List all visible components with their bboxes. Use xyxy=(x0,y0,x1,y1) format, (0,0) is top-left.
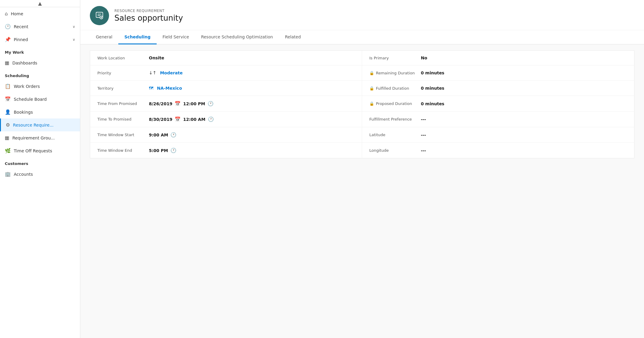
sidebar-item-label: Pinned xyxy=(14,37,69,42)
sidebar-scroll-up[interactable]: ▲ xyxy=(0,0,80,7)
territory-label: Territory xyxy=(97,86,145,91)
sidebar-item-label: Home xyxy=(11,11,75,16)
lock-icon: 🔒 xyxy=(369,71,374,75)
leaf-icon: 🌿 xyxy=(5,148,11,154)
clock-icon[interactable]: 🕐 xyxy=(208,101,214,106)
building-icon: 🏢 xyxy=(5,171,11,177)
time-from-promised-date-group: 8/26/2019 📅 12:00 PM 🕐 xyxy=(149,101,214,106)
latitude-cell: Latitude --- xyxy=(362,127,634,142)
time-window-end-time: 5:00 PM xyxy=(149,148,168,153)
gear-icon: ⚙ xyxy=(6,122,10,128)
is-primary-label: Is Primary xyxy=(369,56,417,60)
clock-icon: 🕐 xyxy=(5,24,11,29)
time-from-date: 8/26/2019 xyxy=(149,101,172,106)
proposed-duration-value: 0 minutes xyxy=(421,101,444,106)
longitude-label: Longitude xyxy=(369,148,417,153)
clock-icon[interactable]: 🕐 xyxy=(170,132,176,138)
fulfilled-duration-cell: 🔒 Fulfilled Duration 0 minutes xyxy=(362,81,634,96)
sidebar-item-resource-requirements[interactable]: ⚙ Resource Require... xyxy=(0,118,80,131)
scheduling-form-card: Work Location Onsite Is Primary No Prior… xyxy=(90,50,634,158)
is-primary-value: No xyxy=(421,55,427,60)
tab-general[interactable]: General xyxy=(90,30,118,44)
sidebar-item-time-off-requests[interactable]: 🌿 Time Off Requests xyxy=(0,144,80,157)
form-row-7: Time Window End 5:00 PM 🕐 Longitude --- xyxy=(90,143,634,158)
clipboard-icon: 📋 xyxy=(5,83,11,89)
clock-icon[interactable]: 🕐 xyxy=(208,116,214,122)
time-to-promised-label: Time To Promised xyxy=(97,117,145,121)
proposed-duration-label: 🔒 Proposed Duration xyxy=(369,101,417,106)
time-window-start-label: Time Window Start xyxy=(97,133,145,137)
tab-resource-scheduling-optimization[interactable]: Resource Scheduling Optimization xyxy=(195,30,279,44)
longitude-cell: Longitude --- xyxy=(362,143,634,158)
tab-scheduling[interactable]: Scheduling xyxy=(118,30,156,44)
fulfillment-preference-cell: Fulfillment Preference --- xyxy=(362,112,634,127)
remaining-duration-cell: 🔒 Remaining Duration 0 minutes xyxy=(362,65,634,80)
tab-related[interactable]: Related xyxy=(279,30,307,44)
fulfilled-duration-value: 0 minutes xyxy=(421,86,444,91)
grid-icon: ▦ xyxy=(5,135,9,141)
fulfillment-preference-value: --- xyxy=(421,117,426,122)
section-header-customers: Customers xyxy=(0,157,80,168)
latitude-label: Latitude xyxy=(369,133,417,137)
sidebar-item-requirement-groups[interactable]: ▦ Requirement Grou... xyxy=(0,131,80,144)
work-location-value: Onsite xyxy=(149,55,164,60)
chevron-down-icon: ∨ xyxy=(72,37,75,42)
entity-icon xyxy=(90,6,109,25)
form-row-5: Time To Promised 8/30/2019 📅 12:00 AM 🕐 … xyxy=(90,112,634,127)
time-to-promised-date-group: 8/30/2019 📅 12:00 AM 🕐 xyxy=(149,116,214,122)
page-title: Sales opportunity xyxy=(114,13,183,22)
priority-cell: Priority ↓↑ Moderate xyxy=(90,65,362,80)
dashboard-icon: ▦ xyxy=(5,60,9,66)
fulfillment-preference-label: Fulfillment Preference xyxy=(369,117,417,121)
priority-value[interactable]: Moderate xyxy=(160,70,183,75)
form-row-3: Territory 🗺 NA-Mexico 🔒 Fulfilled Durati… xyxy=(90,81,634,96)
section-header-mywork: My Work xyxy=(0,46,80,56)
time-window-start-group: 9:00 AM 🕐 xyxy=(149,132,176,138)
sidebar-item-accounts[interactable]: 🏢 Accounts xyxy=(0,168,80,181)
clock-icon[interactable]: 🕐 xyxy=(170,148,176,153)
sidebar-item-dashboards[interactable]: ▦ Dashboards xyxy=(0,56,80,69)
sidebar: ▲ ⌂ Home 🕐 Recent ∨ 📌 Pinned ∨ My Work ▦… xyxy=(0,0,80,338)
longitude-value: --- xyxy=(421,148,426,153)
form-row-4: Time From Promised 8/26/2019 📅 12:00 PM … xyxy=(90,96,634,112)
chevron-down-icon: ∨ xyxy=(72,25,75,29)
form-row-1: Work Location Onsite Is Primary No xyxy=(90,51,634,65)
sidebar-item-label: Recent xyxy=(14,24,69,29)
form-content: Work Location Onsite Is Primary No Prior… xyxy=(80,44,644,338)
time-window-start-cell: Time Window Start 9:00 AM 🕐 xyxy=(90,127,362,142)
sidebar-item-work-orders[interactable]: 📋 Work Orders xyxy=(0,80,80,93)
main-content: RESOURCE REQUIREMENT Sales opportunity G… xyxy=(80,0,644,338)
page-subtitle: RESOURCE REQUIREMENT xyxy=(114,9,183,13)
tab-field-service[interactable]: Field Service xyxy=(157,30,195,44)
time-to-promised-cell: Time To Promised 8/30/2019 📅 12:00 AM 🕐 xyxy=(90,112,362,127)
sidebar-item-label: Bookings xyxy=(14,110,75,115)
remaining-duration-value: 0 minutes xyxy=(421,70,444,75)
sidebar-item-label: Time Off Requests xyxy=(14,148,75,153)
calendar-icon[interactable]: 📅 xyxy=(175,116,181,122)
section-header-scheduling: Scheduling xyxy=(0,69,80,80)
is-primary-cell: Is Primary No xyxy=(362,51,634,65)
time-from-promised-cell: Time From Promised 8/26/2019 📅 12:00 PM … xyxy=(90,96,362,111)
sidebar-item-bookings[interactable]: 👤 Bookings xyxy=(0,106,80,118)
sidebar-item-label: Schedule Board xyxy=(14,97,75,102)
calendar-icon[interactable]: 📅 xyxy=(175,101,181,106)
sidebar-item-recent[interactable]: 🕐 Recent ∨ xyxy=(0,20,80,33)
territory-value[interactable]: NA-Mexico xyxy=(157,86,182,91)
sidebar-item-label: Requirement Grou... xyxy=(12,136,75,140)
work-location-label: Work Location xyxy=(97,56,145,60)
pin-icon: 📌 xyxy=(5,37,11,42)
calendar-icon: 📅 xyxy=(5,96,11,102)
sidebar-item-label: Accounts xyxy=(14,172,75,177)
sidebar-item-label: Dashboards xyxy=(12,61,75,65)
sidebar-item-schedule-board[interactable]: 📅 Schedule Board xyxy=(0,93,80,106)
form-row-6: Time Window Start 9:00 AM 🕐 Latitude --- xyxy=(90,127,634,143)
sidebar-item-home[interactable]: ⌂ Home xyxy=(0,7,80,20)
page-header: RESOURCE REQUIREMENT Sales opportunity xyxy=(80,0,644,30)
time-window-start-time: 9:00 AM xyxy=(149,133,168,137)
sidebar-item-pinned[interactable]: 📌 Pinned ∨ xyxy=(0,33,80,46)
header-text: RESOURCE REQUIREMENT Sales opportunity xyxy=(114,9,183,22)
map-icon: 🗺 xyxy=(149,85,153,91)
latitude-value: --- xyxy=(421,133,426,137)
sort-icon: ↓↑ xyxy=(149,70,156,76)
resource-requirement-icon xyxy=(95,11,104,20)
